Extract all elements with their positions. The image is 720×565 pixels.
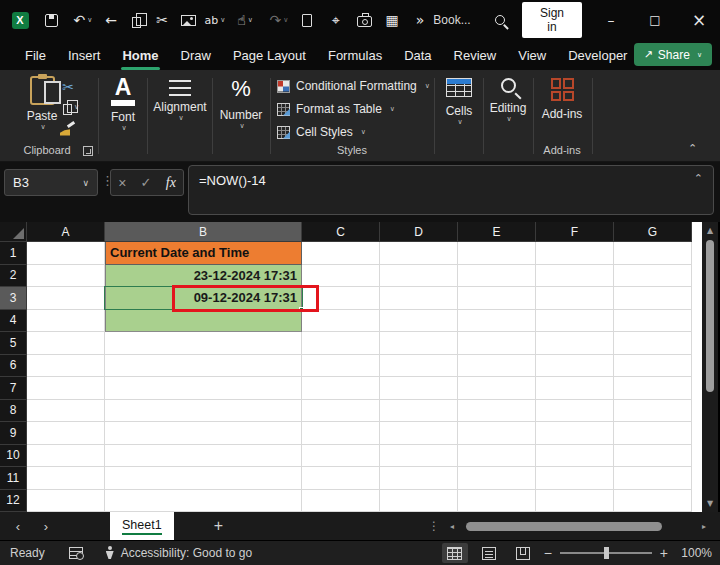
cell-f5[interactable] xyxy=(536,332,614,355)
cell-g12[interactable] xyxy=(614,490,692,513)
tab-formulas[interactable]: Formulas xyxy=(317,42,393,69)
tab-home[interactable]: Home xyxy=(111,42,169,69)
cell-f4[interactable] xyxy=(536,310,614,333)
replace-icon[interactable]: ab∨ xyxy=(202,0,228,40)
zoom-level-label[interactable]: 100% xyxy=(676,546,712,560)
sheet-bar-menu-icon[interactable]: ⋮ xyxy=(428,519,440,533)
cell-c12[interactable] xyxy=(302,490,380,513)
cell-f2[interactable] xyxy=(536,265,614,288)
cell-c1[interactable] xyxy=(302,242,380,265)
cell-c3[interactable] xyxy=(302,287,380,310)
zoom-slider[interactable] xyxy=(560,552,652,554)
tab-page-layout[interactable]: Page Layout xyxy=(222,42,317,69)
cell-d7[interactable] xyxy=(380,377,458,400)
tab-review[interactable]: Review xyxy=(443,42,508,69)
save-icon[interactable] xyxy=(40,0,62,40)
copy-icon[interactable] xyxy=(124,0,148,40)
search-icon[interactable] xyxy=(488,0,512,40)
cell-c10[interactable] xyxy=(302,445,380,468)
cell-d8[interactable] xyxy=(380,400,458,423)
sign-in-button[interactable]: Sign in xyxy=(522,0,582,40)
camera-icon[interactable] xyxy=(352,0,376,40)
cell-c7[interactable] xyxy=(302,377,380,400)
undo-icon[interactable]: ↶∨ xyxy=(68,0,98,40)
column-header-f[interactable]: F xyxy=(536,222,614,242)
cut-button[interactable]: ✂ xyxy=(56,78,80,96)
cell-d1[interactable] xyxy=(380,242,458,265)
cell-d6[interactable] xyxy=(380,355,458,378)
row-header-6[interactable]: 6 xyxy=(0,355,27,378)
row-header-8[interactable]: 8 xyxy=(0,400,27,423)
horizontal-scrollbar[interactable]: ◂ ▸ xyxy=(450,517,706,535)
cell-c2[interactable] xyxy=(302,265,380,288)
tab-draw[interactable]: Draw xyxy=(170,42,222,69)
cell-c11[interactable] xyxy=(302,467,380,490)
cell-b8[interactable] xyxy=(105,400,302,423)
zoom-in-button[interactable]: + xyxy=(660,545,668,561)
cell-g1[interactable] xyxy=(614,242,692,265)
cell-a12[interactable] xyxy=(27,490,105,513)
cell-b1[interactable]: Current Date and Time xyxy=(105,242,302,265)
normal-view-button[interactable] xyxy=(442,543,468,563)
cell-c4[interactable] xyxy=(302,310,380,333)
cell-b9[interactable] xyxy=(105,422,302,445)
cell-e6[interactable] xyxy=(458,355,536,378)
format-painter-button[interactable] xyxy=(56,120,80,138)
cell-c8[interactable] xyxy=(302,400,380,423)
cell-c6[interactable] xyxy=(302,355,380,378)
prev-sheet-icon[interactable]: ‹ xyxy=(4,519,32,534)
add-sheet-button[interactable]: + xyxy=(214,517,223,535)
cells-menu-button[interactable]: Cells ∨ xyxy=(438,78,480,126)
column-header-d[interactable]: D xyxy=(380,222,458,242)
cell-b5[interactable] xyxy=(105,332,302,355)
minimize-button[interactable]: – xyxy=(596,0,626,40)
sheet-tab-sheet1[interactable]: Sheet1 xyxy=(110,512,174,540)
row-header-1[interactable]: 1 xyxy=(0,242,27,265)
cell-styles-button[interactable]: Cell Styles∨ xyxy=(277,125,366,139)
cell-g2[interactable] xyxy=(614,265,692,288)
enter-formula-icon[interactable]: ✓ xyxy=(141,175,152,190)
name-box[interactable]: B3 ∨ xyxy=(4,169,98,196)
cell-e2[interactable] xyxy=(458,265,536,288)
row-header-2[interactable]: 2 xyxy=(0,265,27,288)
cell-f9[interactable] xyxy=(536,422,614,445)
cell-b4[interactable] xyxy=(105,310,302,333)
cell-f6[interactable] xyxy=(536,355,614,378)
insert-function-icon[interactable]: fx xyxy=(166,175,176,191)
cell-f1[interactable] xyxy=(536,242,614,265)
maximize-button[interactable]: □ xyxy=(640,0,670,40)
lookup-icon[interactable]: ▦ xyxy=(380,0,404,40)
clipboard-dialog-launcher-icon[interactable] xyxy=(83,146,93,156)
page-break-view-button[interactable] xyxy=(510,543,536,563)
cell-g3[interactable] xyxy=(614,287,692,310)
row-header-11[interactable]: 11 xyxy=(0,467,27,490)
cell-d10[interactable] xyxy=(380,445,458,468)
cell-b3[interactable]: 09-12-2024 17:31 xyxy=(105,287,302,310)
row-header-7[interactable]: 7 xyxy=(0,377,27,400)
cell-g10[interactable] xyxy=(614,445,692,468)
column-header-e[interactable]: E xyxy=(458,222,536,242)
cell-e1[interactable] xyxy=(458,242,536,265)
cell-f11[interactable] xyxy=(536,467,614,490)
format-as-table-button[interactable]: Format as Table∨ xyxy=(277,102,395,116)
scroll-right-icon[interactable]: ▸ xyxy=(702,522,706,531)
tab-insert[interactable]: Insert xyxy=(57,42,112,69)
row-header-9[interactable]: 9 xyxy=(0,422,27,445)
scroll-left-icon[interactable]: ◂ xyxy=(450,522,454,531)
close-button[interactable]: × xyxy=(684,0,714,40)
cell-b10[interactable] xyxy=(105,445,302,468)
cell-g4[interactable] xyxy=(614,310,692,333)
cell-e8[interactable] xyxy=(458,400,536,423)
tab-data[interactable]: Data xyxy=(393,42,442,69)
page-layout-view-button[interactable] xyxy=(476,543,502,563)
column-header-c[interactable]: C xyxy=(302,222,380,242)
add-ins-button[interactable]: Add-ins xyxy=(538,78,586,121)
paste-picture-icon[interactable] xyxy=(176,0,200,40)
cell-g6[interactable] xyxy=(614,355,692,378)
cell-c5[interactable] xyxy=(302,332,380,355)
cell-g7[interactable] xyxy=(614,377,692,400)
column-header-b[interactable]: B xyxy=(105,222,302,242)
cell-a11[interactable] xyxy=(27,467,105,490)
cell-f7[interactable] xyxy=(536,377,614,400)
cell-g9[interactable] xyxy=(614,422,692,445)
